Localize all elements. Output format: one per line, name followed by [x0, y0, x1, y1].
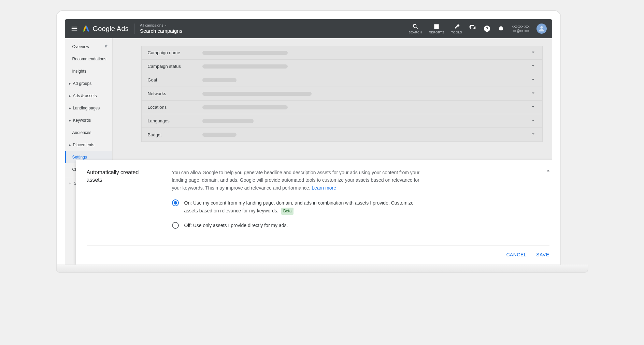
- settings-row[interactable]: Budget: [142, 128, 542, 141]
- search-icon: [412, 23, 419, 30]
- chevron-down-icon: [530, 49, 536, 57]
- breadcrumb[interactable]: All campaigns Search campaigns: [140, 23, 182, 34]
- radio-option-on[interactable]: On: Use my content from my landing page,…: [172, 199, 425, 215]
- bell-icon[interactable]: [498, 25, 505, 32]
- settings-row[interactable]: Networks: [142, 87, 542, 101]
- row-label: Languages: [148, 118, 202, 123]
- settings-row[interactable]: Campaign status: [142, 60, 542, 73]
- header-divider: [134, 24, 134, 34]
- settings-row[interactable]: Locations: [142, 101, 542, 114]
- panel-content: You can allow Google to help you generat…: [172, 169, 425, 236]
- laptop-frame: Google Ads All campaigns Search campaign…: [56, 10, 561, 265]
- radio-on-text: On: Use my content from my landing page,…: [184, 199, 425, 215]
- sidebar-item-keywords[interactable]: ▸Keywords: [65, 114, 112, 126]
- screen: Google Ads All campaigns Search campaign…: [65, 19, 552, 265]
- sidebar-item-audiences[interactable]: Audiences: [65, 126, 112, 139]
- google-ads-icon: [83, 25, 89, 32]
- chevron-right-icon: ▸: [69, 93, 71, 98]
- beta-badge: Beta: [281, 208, 294, 215]
- sidebar-item-landing-pages[interactable]: ▸Landing pages: [65, 102, 112, 114]
- save-button[interactable]: SAVE: [536, 252, 549, 257]
- chevron-down-icon: [530, 104, 536, 111]
- chevron-up-icon: [545, 167, 552, 174]
- sidebar-item-insights[interactable]: Insights: [65, 65, 112, 77]
- row-skeleton: [202, 133, 237, 137]
- row-label: Locations: [148, 105, 202, 110]
- row-label: Goal: [148, 77, 202, 82]
- radio-off[interactable]: [172, 222, 179, 229]
- chevron-right-icon: ▸: [69, 81, 71, 86]
- person-icon: [538, 25, 545, 32]
- row-skeleton: [202, 78, 237, 82]
- home-icon: [104, 44, 108, 49]
- row-skeleton: [202, 105, 288, 109]
- row-skeleton: [202, 51, 288, 55]
- row-label: Budget: [148, 132, 202, 137]
- account-text: xxx-xxx-xxx xx@xx.xxx: [512, 24, 530, 33]
- svg-point-0: [83, 30, 84, 32]
- header-tools: SEARCH REPORTS TOOLS ? xxx-xxx-xxx xx@xx…: [409, 23, 546, 34]
- chevron-down-icon: [530, 117, 536, 125]
- wrench-icon: [453, 23, 460, 30]
- cancel-button[interactable]: CANCEL: [506, 252, 527, 257]
- search-tool[interactable]: SEARCH: [409, 23, 422, 34]
- sidebar-item-recommendations[interactable]: Recommendations: [65, 53, 112, 65]
- svg-text:?: ?: [486, 26, 488, 31]
- menu-icon[interactable]: [70, 25, 78, 33]
- panel-description: You can allow Google to help you generat…: [172, 169, 425, 192]
- avatar[interactable]: [536, 24, 547, 34]
- chevron-down-icon: [530, 63, 536, 70]
- chevron-down-icon: [530, 131, 536, 138]
- radio-option-off[interactable]: Off: Use only assets I provide directly …: [172, 222, 425, 229]
- plus-icon: +: [69, 181, 71, 186]
- row-label: Campaign status: [148, 64, 202, 69]
- reports-icon: [433, 23, 440, 30]
- brand-text: Google Ads: [93, 25, 129, 33]
- row-label: Networks: [148, 91, 202, 96]
- sidebar-item-overview[interactable]: Overview: [65, 40, 112, 53]
- panel-title: Automatically created assets: [87, 169, 155, 236]
- row-skeleton: [202, 92, 312, 96]
- radio-on[interactable]: [172, 199, 179, 206]
- help-icon[interactable]: ?: [483, 25, 491, 32]
- settings-row[interactable]: Campaign name: [142, 46, 542, 60]
- chevron-down-icon: [530, 90, 536, 97]
- row-skeleton: [202, 119, 254, 123]
- row-skeleton: [202, 64, 288, 69]
- auto-assets-panel: Automatically created assets You can all…: [76, 160, 552, 265]
- chevron-right-icon: ▸: [69, 118, 71, 123]
- refresh-icon[interactable]: [469, 25, 476, 32]
- sidebar-item-ad-groups[interactable]: ▸Ad groups: [65, 77, 112, 90]
- sidebar-item-ads-assets[interactable]: ▸Ads & assets: [65, 90, 112, 102]
- brand-logo[interactable]: Google Ads: [83, 25, 129, 33]
- reports-tool[interactable]: REPORTS: [429, 23, 444, 34]
- tools-tool[interactable]: TOOLS: [451, 23, 462, 34]
- settings-row[interactable]: Languages: [142, 114, 542, 128]
- row-label: Campaign name: [148, 50, 202, 55]
- app-header: Google Ads All campaigns Search campaign…: [65, 19, 552, 38]
- settings-row[interactable]: Goal: [142, 73, 542, 87]
- chevron-down-icon: [530, 76, 536, 84]
- chevron-right-icon: [164, 24, 167, 27]
- learn-more-link[interactable]: Learn more: [312, 185, 336, 191]
- chevron-right-icon: ▸: [69, 142, 71, 147]
- sidebar-item-placements[interactable]: ▸Placements: [65, 139, 112, 151]
- breadcrumb-sub: Search campaigns: [140, 28, 182, 34]
- breadcrumb-top: All campaigns: [140, 23, 163, 28]
- svg-point-3: [540, 26, 543, 29]
- chevron-right-icon: ▸: [69, 106, 71, 110]
- panel-actions: CANCEL SAVE: [87, 245, 549, 265]
- laptop-base: [56, 265, 588, 273]
- settings-rows: Campaign name Campaign status Goal Netwo…: [141, 46, 543, 142]
- app-body: Overview Recommendations Insights ▸Ad gr…: [65, 38, 552, 265]
- radio-off-text: Off: Use only assets I provide directly …: [184, 222, 288, 229]
- collapse-button[interactable]: [545, 167, 552, 176]
